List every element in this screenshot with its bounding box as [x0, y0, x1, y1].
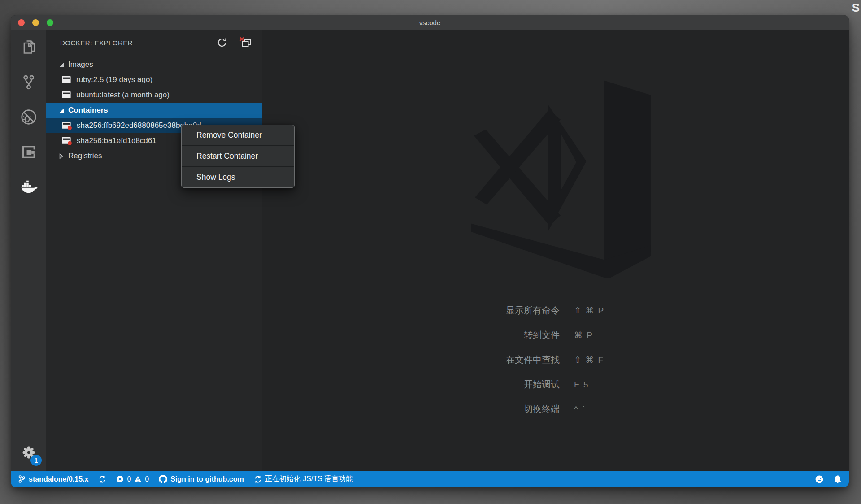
tree-item-image-ruby[interactable]: ruby:2.5 (19 days ago)	[46, 72, 262, 87]
error-count: 0	[127, 475, 131, 483]
settings-button[interactable]: 1	[11, 439, 46, 466]
github-signin-label: Sign in to github.com	[170, 475, 244, 483]
bell-icon	[834, 475, 842, 484]
git-branch-icon	[18, 475, 26, 483]
branch-name: standalone/0.15.x	[29, 475, 88, 483]
chevron-expanded-icon[interactable]	[60, 63, 64, 67]
item-label: sha256:ba1efd1d8cd61	[77, 136, 157, 145]
shortcut-row: 在文件中查找 ⇧ ⌘ F	[434, 348, 604, 372]
menu-item-restart-container[interactable]: Restart Container	[182, 146, 294, 166]
loading-spinner-icon	[254, 475, 262, 483]
shortcut-keys: ^ `	[574, 404, 586, 414]
chevron-collapsed-icon[interactable]	[59, 153, 64, 159]
shortcut-row: 显示所有命令 ⇧ ⌘ P	[434, 298, 604, 323]
section-label: Images	[68, 60, 93, 69]
editor-area: 显示所有命令 ⇧ ⌘ P 转到文件 ⌘ P 在文件中查找 ⇧ ⌘ F 开始调试 …	[262, 30, 849, 471]
activity-debug-button[interactable]	[11, 102, 46, 132]
tree-section-containers[interactable]: Containers	[46, 103, 262, 118]
workbench: 1 DOCKER: EXPLORER	[11, 30, 849, 471]
maximize-window-button[interactable]	[47, 19, 53, 26]
chevron-expanded-icon[interactable]	[60, 109, 64, 113]
shortcut-label: 切换终端	[434, 403, 560, 415]
window-title: vscode	[419, 19, 441, 26]
github-icon	[159, 475, 167, 483]
desktop-background: S vscode	[0, 0, 861, 504]
activity-docker-button[interactable]	[11, 172, 46, 202]
stopped-container-icon	[61, 137, 72, 145]
activity-bar: 1	[11, 30, 46, 471]
shortcut-keys: F 5	[574, 380, 589, 390]
notifications-button[interactable]	[834, 475, 842, 484]
prune-containers-icon	[239, 36, 252, 49]
system-prune-button[interactable]	[239, 36, 252, 49]
tree-item-image-ubuntu[interactable]: ubuntu:latest (a month ago)	[46, 87, 262, 103]
status-bar: standalone/0.15.x	[11, 471, 849, 487]
docker-whale-icon	[19, 180, 38, 194]
files-icon	[20, 39, 37, 56]
vscode-window: vscode	[11, 15, 849, 487]
watermark-shortcuts: 显示所有命令 ⇧ ⌘ P 转到文件 ⌘ P 在文件中查找 ⇧ ⌘ F 开始调试 …	[434, 298, 604, 421]
shortcut-label: 转到文件	[434, 329, 560, 341]
docker-explorer-panel: DOCKER: EXPLORER	[46, 30, 262, 471]
shortcut-label: 显示所有命令	[434, 304, 560, 317]
activity-extensions-button[interactable]	[11, 137, 46, 167]
menu-item-remove-container[interactable]: Remove Container	[182, 125, 294, 145]
shortcut-keys: ⇧ ⌘ P	[574, 305, 604, 316]
language-status[interactable]: 正在初始化 JS/TS 语言功能	[254, 474, 353, 484]
desktop-corner-text: S	[852, 1, 860, 15]
item-label: ubuntu:latest (a month ago)	[76, 91, 170, 100]
menu-item-show-logs[interactable]: Show Logs	[182, 167, 294, 187]
stopped-container-icon	[61, 122, 72, 130]
panel-actions	[215, 36, 252, 49]
activity-source-control-button[interactable]	[11, 67, 46, 97]
shortcut-row: 转到文件 ⌘ P	[434, 323, 604, 348]
shortcut-label: 在文件中查找	[434, 354, 560, 366]
warning-count: 0	[145, 475, 149, 483]
sync-icon	[98, 475, 106, 483]
refresh-icon	[216, 37, 228, 48]
section-label: Containers	[68, 106, 108, 115]
debug-disabled-icon	[20, 108, 38, 126]
item-label: ruby:2.5 (19 days ago)	[76, 75, 152, 84]
title-bar: vscode	[11, 15, 849, 30]
shortcut-row: 开始调试 F 5	[434, 372, 604, 397]
smiley-icon	[815, 475, 824, 484]
image-icon	[61, 91, 72, 99]
panel-title: DOCKER: EXPLORER	[60, 39, 133, 47]
extensions-icon	[20, 143, 37, 161]
problems-status[interactable]: 0 0	[116, 475, 149, 483]
vscode-logo-watermark	[466, 52, 659, 278]
activity-explorer-button[interactable]	[11, 32, 46, 62]
source-control-icon	[20, 74, 37, 91]
feedback-button[interactable]	[815, 475, 824, 484]
error-icon	[116, 475, 124, 483]
shortcut-row: 切换终端 ^ `	[434, 397, 604, 421]
shortcut-label: 开始调试	[434, 378, 560, 391]
git-branch-status[interactable]: standalone/0.15.x	[18, 475, 88, 483]
close-window-button[interactable]	[18, 19, 25, 26]
refresh-button[interactable]	[215, 36, 229, 49]
shortcut-keys: ⌘ P	[574, 330, 593, 340]
shortcut-keys: ⇧ ⌘ F	[574, 355, 604, 365]
warning-icon	[134, 475, 142, 483]
language-status-label: 正在初始化 JS/TS 语言功能	[265, 474, 353, 484]
section-label: Registries	[68, 152, 102, 161]
settings-badge: 1	[30, 455, 42, 466]
github-signin-button[interactable]: Sign in to github.com	[159, 475, 244, 483]
container-context-menu: Remove Container Restart Container Show …	[181, 125, 295, 188]
minimize-window-button[interactable]	[32, 19, 39, 26]
tree-section-images[interactable]: Images	[46, 57, 262, 72]
image-icon	[61, 76, 72, 84]
sync-changes-button[interactable]	[98, 475, 106, 483]
